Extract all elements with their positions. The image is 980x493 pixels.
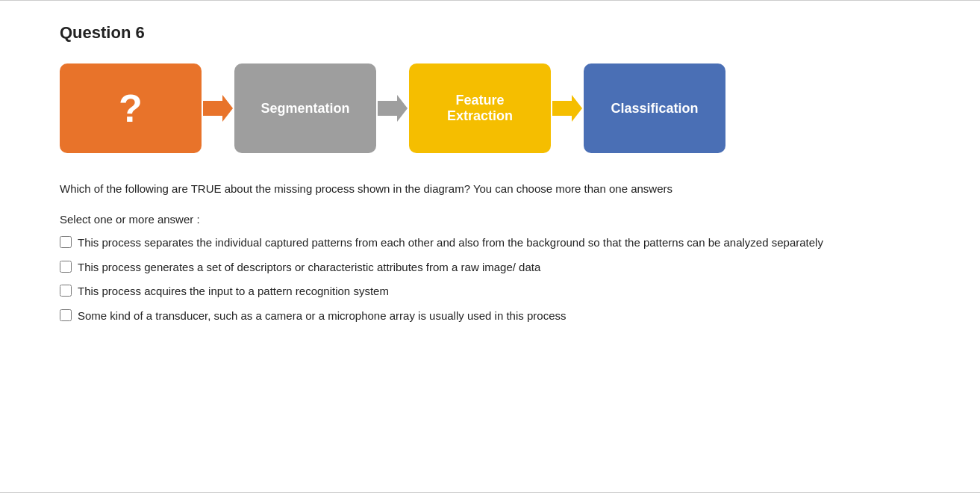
- answer-option-3: This process acquires the input to a pat…: [60, 283, 881, 300]
- question-title: Question 6: [60, 23, 920, 43]
- diagram-row: ? Segmentation Feature Extraction: [60, 63, 920, 153]
- arrow-1: [202, 92, 234, 125]
- arrow-2: [376, 92, 409, 125]
- svg-marker-0: [203, 95, 233, 122]
- answer-option-3-label[interactable]: This process acquires the input to a pat…: [78, 283, 389, 300]
- answer-option-4: Some kind of a transducer, such as a cam…: [60, 308, 881, 325]
- answer-option-1: This process separates the individual ca…: [60, 235, 881, 252]
- arrow-3: [551, 92, 584, 125]
- diagram-box-feature-extraction: Feature Extraction: [409, 63, 551, 153]
- question-text: Which of the following are TRUE about th…: [60, 180, 881, 198]
- diagram-box-segmentation: Segmentation: [234, 63, 376, 153]
- svg-marker-1: [378, 95, 408, 122]
- answer-option-1-label[interactable]: This process separates the individual ca…: [78, 235, 823, 252]
- feature-extraction-label: Feature Extraction: [447, 93, 513, 124]
- answer-option-2: This process generates a set of descript…: [60, 259, 881, 276]
- answer-options: This process separates the individual ca…: [60, 235, 920, 324]
- checkbox-4[interactable]: [60, 309, 72, 321]
- page-container: Question 6 ? Segmentation Feature Extrac…: [0, 0, 980, 493]
- diagram-box-question: ?: [60, 63, 202, 153]
- classification-label: Classification: [611, 101, 698, 117]
- diagram-box-classification: Classification: [584, 63, 725, 153]
- select-label: Select one or more answer :: [60, 213, 920, 226]
- segmentation-label: Segmentation: [260, 101, 349, 117]
- question-mark-label: ?: [119, 86, 143, 131]
- checkbox-3[interactable]: [60, 285, 72, 297]
- checkbox-2[interactable]: [60, 261, 72, 273]
- answer-option-4-label[interactable]: Some kind of a transducer, such as a cam…: [78, 308, 567, 325]
- svg-marker-2: [552, 95, 582, 122]
- checkbox-1[interactable]: [60, 236, 72, 248]
- answer-option-2-label[interactable]: This process generates a set of descript…: [78, 259, 540, 276]
